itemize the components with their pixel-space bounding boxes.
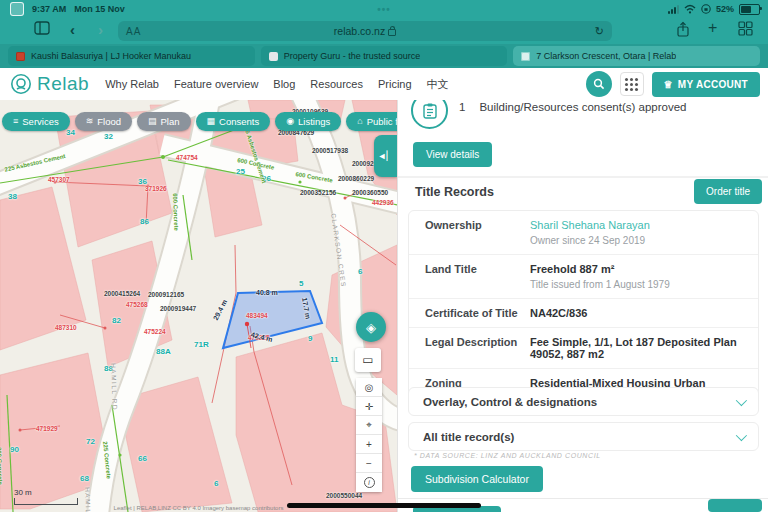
title-record-row: Legal Description Fee Simple, 1/1, Lot 1… <box>409 328 758 369</box>
accordion-toggle[interactable]: Overlay, Control & designations <box>408 387 759 416</box>
map-label: 474754 <box>176 155 198 162</box>
map-label: 2000352156 <box>300 190 336 197</box>
app-window-icon <box>10 2 24 16</box>
layer-button-label: Public facilities <box>367 116 397 127</box>
map-labels: 34 32 38 36 86 25 26 82 88 88A 71R 72 90… <box>0 100 397 512</box>
map-label: 40.8 m <box>256 289 278 296</box>
basemap-layers-button[interactable]: ◈ <box>356 312 386 342</box>
record-label: Ownership <box>425 219 530 246</box>
collapse-panel-button[interactable]: ◄▏ <box>374 135 397 177</box>
layer-button-icon: ◉ <box>286 117 294 126</box>
tab-title: Property Guru - the trusted source <box>284 51 421 61</box>
record-subtext: Owner since 24 Sep 2019 <box>530 235 742 246</box>
map-label: 6 <box>214 480 218 488</box>
safari-toolbar: ‹ › AA relab.co.nz ↻ + <box>0 18 768 44</box>
accordion-list: Overlay, Control & designations All titl… <box>408 387 759 451</box>
zoom-in-button[interactable]: + <box>356 435 382 454</box>
order-title-button[interactable]: Order title <box>694 179 762 204</box>
map-label: 72 <box>86 438 95 446</box>
map-label: 483494 <box>246 313 268 320</box>
locate-me-button[interactable]: ⌖ <box>356 416 382 435</box>
map-label: 457307 <box>48 177 70 184</box>
map-layer-toolbar: ≡ Services ≋ Flood ▤ Plan ▦ Consents ◉ L… <box>2 112 397 131</box>
map-label: HAMILL RD <box>110 363 118 411</box>
view-details-button[interactable]: View details <box>413 142 492 167</box>
nav-item[interactable]: Pricing <box>378 78 412 90</box>
zoom-out-button[interactable]: − <box>356 454 382 473</box>
map-info-button[interactable]: i <box>356 473 382 492</box>
status-time: 9:37 AM <box>32 4 66 14</box>
plus-icon: + <box>366 439 372 450</box>
relab-logo[interactable]: Relab <box>10 73 89 95</box>
nav-item[interactable]: Resources <box>310 78 363 90</box>
my-account-button[interactable]: ♕MY ACCOUNT <box>652 72 761 97</box>
consent-count: 1 <box>459 101 465 113</box>
browser-tab[interactable]: Property Guru - the trusted source <box>261 46 508 66</box>
map-layer-button[interactable]: ▤ Plan <box>137 112 191 131</box>
grid-dots-icon <box>630 83 633 86</box>
nav-item[interactable]: Why Relab <box>105 78 159 90</box>
map-label: 2000415264 <box>104 291 140 298</box>
browser-tab[interactable]: 7 Clarkson Crescent, Otara | Relab <box>513 46 760 66</box>
map-label: 2000517938 <box>312 148 348 155</box>
map-label: 88A <box>156 348 171 356</box>
share-icon[interactable] <box>676 21 690 37</box>
map-label: 5 <box>299 280 303 288</box>
battery-percent: 52% <box>716 4 734 14</box>
map-layer-button[interactable]: ≡ Services <box>2 112 70 131</box>
tab-overview-icon[interactable] <box>738 21 753 36</box>
search-button[interactable] <box>586 71 612 97</box>
cutoff-button-right[interactable] <box>708 499 762 512</box>
tab-favicon <box>16 52 25 61</box>
map-layer-button[interactable]: ▦ Consents <box>196 112 271 131</box>
new-tab-button[interactable]: + <box>708 19 717 37</box>
status-bar: 9:37 AM Mon 15 Nov ••• 52% <box>0 0 768 18</box>
map-layer-button[interactable]: ≋ Flood <box>75 112 132 131</box>
layer-button-icon: ≋ <box>86 117 94 126</box>
tab-favicon <box>269 52 278 61</box>
ipad-screen: 9:37 AM Mon 15 Nov ••• 52% ‹ › AA relab.… <box>0 0 768 512</box>
map-layer-button[interactable]: ⌂ Public facilities <box>346 112 397 131</box>
map-label: 225 Concrete <box>102 441 112 479</box>
minus-icon: − <box>366 458 372 469</box>
fullscreen-button[interactable]: ✛ <box>356 397 382 416</box>
draw-polygon-button[interactable]: ▭ <box>355 348 381 372</box>
map-label: 2000912165 <box>148 292 184 299</box>
home-indicator[interactable] <box>287 503 481 508</box>
chevron-down-icon <box>736 394 747 405</box>
map-label: 32 <box>104 133 113 141</box>
nav-item[interactable]: 中文 <box>427 77 449 92</box>
map-canvas[interactable]: 34 32 38 36 86 25 26 82 88 88A 71R 72 90… <box>0 100 397 512</box>
layer-button-label: Services <box>22 116 58 127</box>
map-label: 442936 <box>372 200 394 207</box>
layer-button-label: Flood <box>97 116 121 127</box>
forward-button[interactable]: › <box>98 21 103 38</box>
browser-tab[interactable]: Kaushi Balasuriya | LJ Hooker Manukau <box>8 46 255 66</box>
map-label: 225 Asbestos Cement <box>242 123 267 184</box>
subdivision-calculator-button[interactable]: Subdivision Calculator <box>411 466 543 492</box>
drop-pin-button[interactable]: ◎ <box>356 378 382 397</box>
accordion-toggle[interactable]: All title record(s) <box>408 422 759 451</box>
map-label: 11 <box>330 356 338 364</box>
map-label: 471929 <box>36 426 58 433</box>
map-label: 487310 <box>55 325 77 332</box>
map-label: 66 <box>138 455 147 463</box>
nav-item[interactable]: Feature overview <box>174 78 258 90</box>
map-label: 71R <box>194 341 209 349</box>
orientation-lock-icon <box>701 4 711 14</box>
apps-grid-button[interactable] <box>620 72 644 96</box>
sidebar-toggle-icon[interactable] <box>34 21 50 35</box>
cellular-signal-icon <box>668 5 679 14</box>
title-record-row: Ownership Sharil Shehana Narayan Owner s… <box>409 211 758 255</box>
map-controls: ◎ ✛ ⌖ + − i <box>356 378 382 492</box>
record-value-group: Sharil Shehana Narayan Owner since 24 Se… <box>530 219 742 246</box>
record-value: Freehold 887 m² <box>530 263 742 275</box>
map-label: 600 Concrete <box>172 193 179 231</box>
reader-button[interactable]: AA <box>126 26 141 37</box>
map-layer-button[interactable]: ◉ Listings <box>275 112 341 131</box>
reload-button[interactable]: ↻ <box>595 25 604 38</box>
scale-bar <box>14 498 78 505</box>
address-bar[interactable]: AA relab.co.nz ↻ <box>118 21 612 41</box>
nav-item[interactable]: Blog <box>273 78 295 90</box>
back-button[interactable]: ‹ <box>70 21 75 38</box>
